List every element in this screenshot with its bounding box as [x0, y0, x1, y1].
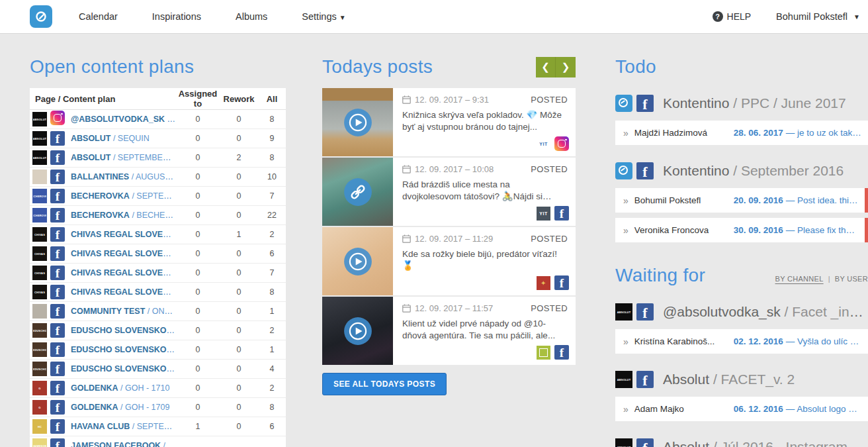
red-logo-badge: ✦: [537, 276, 550, 290]
nav-item-inspirations[interactable]: Inspirations: [152, 11, 201, 22]
next-button[interactable]: ❯: [556, 57, 576, 77]
help-button[interactable]: ? HELP: [713, 11, 752, 22]
play-icon: [343, 108, 372, 137]
double-chevron-icon: »: [623, 336, 629, 347]
plan-name: BECHEROVKA / BECHER BET...: [71, 211, 176, 220]
all-count: 6: [258, 249, 286, 258]
task-group: ABSOLUTf @absolutvodka_sk / Facet _insta…: [615, 303, 868, 354]
table-row[interactable]: BECHEROVKA f BECHEROVKA / BECHER BET... …: [30, 206, 286, 225]
task-group-header[interactable]: ABSOLUTf Absolut / Júl 2016 - Instagram.…: [615, 438, 868, 447]
table-row[interactable]: HC f HAVANA CLUB / SEPTEMBER ... 1 0 6: [30, 417, 286, 436]
nav-item-albums[interactable]: Albums: [236, 11, 267, 22]
post-card[interactable]: 12. 09. 2017 – 11:29 POSTED Kde sa rožky…: [322, 227, 576, 295]
task-assignee-name: Kristína Karabinoš...: [634, 336, 734, 346]
facebook-icon: f: [50, 362, 65, 376]
table-row[interactable]: ABSOLUT f ABSOLUT / SEQUIN 0 0 9: [30, 129, 286, 148]
network-icon: f: [50, 381, 65, 395]
table-row[interactable]: CHIVAS f CHIVAS REGAL SLOVENSKO ... 0 0 …: [30, 264, 286, 283]
link-icon: [343, 177, 372, 207]
network-icon: f: [50, 131, 65, 146]
task-group-header[interactable]: f Kontentino / September 2016: [615, 162, 868, 179]
network-icon: f: [50, 400, 65, 415]
table-row[interactable]: EDUSCHO f EDUSCHO SLOVENSKO / 10-17 0 0 …: [30, 340, 286, 360]
task-row[interactable]: » Kristína Karabinoš... 02. 12. 2016 — V…: [615, 329, 868, 354]
question-mark-icon: ?: [713, 11, 723, 22]
table-row[interactable]: BECHEROVKA f BECHEROVKA / SEPTEMBER ... …: [30, 187, 286, 206]
table-row[interactable]: JAMESON f JAMESON FACEBOOK / JAZ-10...: [30, 436, 286, 447]
post-status-badge: POSTED: [531, 234, 568, 244]
calendar-icon: [402, 304, 411, 313]
page-avatar: CHIVAS: [32, 285, 47, 299]
waiting-filter-links: BY CHANNEL|BY USER: [775, 275, 868, 283]
page-avatar: CHIVAS: [32, 266, 47, 280]
table-row[interactable]: ABSOLUT f ABSOLUT / SEPTEMBER 2017 0 2 8: [30, 148, 286, 168]
post-card[interactable]: 12. 09. 2017 – 9:31 POSTED Knižnica skrý…: [322, 88, 576, 156]
all-count: 1: [258, 307, 286, 316]
facebook-icon: f: [50, 246, 65, 261]
table-header-row: Page / Content plan Assigned to Rework A…: [30, 88, 286, 110]
page-avatar: EDUSCHO: [32, 342, 47, 357]
assigned-count: 0: [176, 403, 220, 412]
network-icon: f: [50, 362, 65, 376]
table-row[interactable]: f COMMUNITY TEST / ONE YE... 0 0 1: [30, 302, 286, 321]
table-row[interactable]: f BALLANTINES / AUGUST - SE... 0 0 10: [30, 168, 286, 187]
table-row[interactable]: CHIVAS f CHIVAS REGAL SLOVENSKO ... 0 0 …: [30, 244, 286, 264]
page-avatar: EDUSCHO: [32, 323, 47, 338]
page-avatar: ABSOLUT: [32, 112, 47, 126]
page-avatar: ABSOLUT: [32, 131, 47, 146]
table-row[interactable]: G f GOLDENKA / GOH - 1709 0 0 8: [30, 398, 286, 417]
see-all-todays-posts-button[interactable]: SEE ALL TODAYS POSTS: [322, 373, 447, 395]
task-assignee-name: Majdži Hadzimová: [634, 128, 734, 138]
facebook-icon: f: [50, 438, 65, 447]
all-count: 6: [258, 422, 286, 431]
page-avatar: ABSOLUT: [32, 150, 47, 165]
post-thumbnail: [322, 297, 393, 365]
task-group-header[interactable]: ABSOLUTf Absolut / FACET_v. 2: [615, 371, 868, 388]
table-row[interactable]: CHIVAS f CHIVAS REGAL SLOVENSKO ... 0 1 …: [30, 225, 286, 244]
network-icon: f: [50, 208, 65, 223]
rework-count: 0: [220, 383, 258, 393]
plan-name: JAMESON FACEBOOK / JAZ-10...: [71, 441, 176, 447]
table-row[interactable]: ABSOLUT @ABSOLUTVODKA_SK / SEPT... 0 0 8: [30, 110, 286, 129]
task-row[interactable]: » Adam Majko 06. 12. 2016 — Absolut logo…: [615, 397, 868, 421]
filter-link-by-channel[interactable]: BY CHANNEL: [775, 275, 824, 283]
task-row[interactable]: » Veronika Froncova 30. 09. 2016 — Pleas…: [615, 218, 868, 242]
prev-button[interactable]: ❮: [536, 57, 556, 77]
post-card[interactable]: 12. 09. 2017 – 10:08 POSTED Rád brázdiš …: [322, 158, 576, 226]
facebook-icon: f: [636, 438, 654, 447]
table-row[interactable]: G f GOLDENKA / GOH - 1710 0 0 2: [30, 379, 286, 398]
nav-item-settings[interactable]: Settings▼: [302, 11, 345, 22]
rework-count: 1: [220, 230, 258, 239]
all-count: 8: [258, 153, 286, 162]
task-row[interactable]: » Bohumil Pokstefl 20. 09. 2016 — Post i…: [615, 188, 868, 213]
task-row[interactable]: » Majdži Hadzimová 28. 06. 2017 — je to …: [615, 121, 868, 145]
table-row[interactable]: CHIVAS f CHIVAS REGAL SLOVENSKO ... 0 0 …: [30, 283, 286, 302]
kontentino-icon: [615, 95, 632, 112]
page-avatar: G: [32, 400, 47, 415]
all-count: 8: [258, 115, 286, 124]
play-icon: [343, 247, 372, 276]
user-menu[interactable]: Bohumil Pokstefl ▼: [776, 11, 860, 22]
facebook-icon: f: [636, 303, 654, 321]
task-group-header[interactable]: ABSOLUTf @absolutvodka_sk / Facet _insta…: [615, 303, 868, 321]
post-badges: YIT: [537, 136, 569, 151]
table-row[interactable]: EDUSCHO f EDUSCHO SLOVENSKO / 09-17 0 0 …: [30, 360, 286, 379]
task-group-title: Absolut / FACET_v. 2: [663, 372, 795, 387]
table-row[interactable]: EDUSCHO f EDUSCHO SLOVENSKO / PAG... 0 0…: [30, 321, 286, 340]
rework-count: 0: [220, 172, 258, 181]
page-avatar: ABSOLUT: [615, 371, 632, 388]
table-body: ABSOLUT @ABSOLUTVODKA_SK / SEPT... 0 0 8…: [30, 110, 286, 447]
network-icon: f: [50, 419, 65, 434]
post-card[interactable]: 12. 09. 2017 – 11:57 POSTED Klient už vi…: [322, 297, 576, 365]
nav-item-calendar[interactable]: Calendar: [79, 11, 118, 22]
help-label: HELP: [727, 11, 752, 22]
kontentino-logo-icon[interactable]: [30, 5, 52, 28]
post-badges: ✦f: [537, 275, 569, 290]
facebook-icon: f: [554, 345, 569, 360]
filter-link-by-user[interactable]: BY USER: [835, 275, 868, 283]
rework-count: 0: [220, 345, 258, 354]
task-group-header[interactable]: f Kontentino / PPC / June 2017: [615, 95, 868, 112]
chevron-right-icon: ❯: [562, 61, 570, 73]
facebook-icon: f: [636, 371, 654, 388]
double-chevron-icon: »: [623, 195, 629, 206]
